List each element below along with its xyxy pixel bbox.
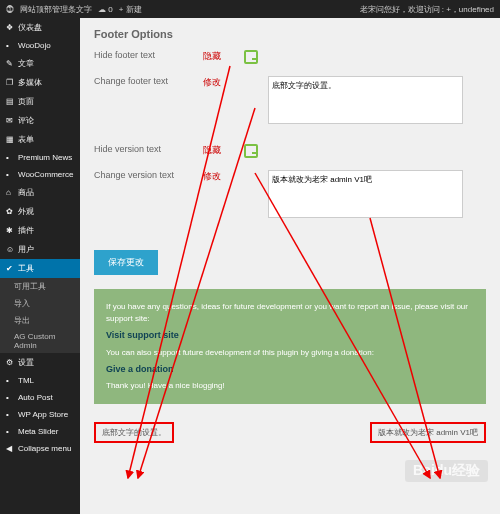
menu-icon: ⌂ <box>6 188 14 197</box>
thanks-text: Thank you! Have a nice blogging! <box>106 380 474 392</box>
content-area: Footer Options Hide footer text 隐藏 Chang… <box>80 18 500 514</box>
sidebar-subitem[interactable]: 导入 <box>0 295 80 312</box>
menu-label: 页面 <box>18 96 34 107</box>
footer-preview-right: 版本就改为老宋 admin V1吧 <box>370 422 486 443</box>
menu-icon: ❖ <box>6 23 14 32</box>
hide-tag: 隐藏 <box>203 144 233 157</box>
hide-version-label: Hide version text <box>94 144 199 154</box>
sidebar-item[interactable]: ▤页面 <box>0 92 80 111</box>
menu-icon: • <box>6 41 14 50</box>
support-text: If you have any questions, ideas for fut… <box>106 301 474 325</box>
wp-logo-icon[interactable]: ⓵ <box>6 5 14 14</box>
menu-icon: ✔ <box>6 264 14 273</box>
footer-preview-left: 底部文字的设置。 <box>94 422 174 443</box>
sidebar-item[interactable]: ✱插件 <box>0 221 80 240</box>
menu-icon: ✱ <box>6 226 14 235</box>
menu-label: TML <box>18 376 34 385</box>
menu-label: 仪表盘 <box>18 22 42 33</box>
menu-label: 表单 <box>18 134 34 145</box>
menu-label: 外观 <box>18 206 34 217</box>
menu-label: 评论 <box>18 115 34 126</box>
hide-version-checkbox[interactable] <box>244 144 258 158</box>
menu-label: WooDojo <box>18 41 51 50</box>
sidebar-item[interactable]: •Auto Post <box>0 389 80 406</box>
sidebar-item[interactable]: •WooCommerce <box>0 166 80 183</box>
menu-label: 设置 <box>18 357 34 368</box>
menu-label: 文章 <box>18 58 34 69</box>
hide-footer-checkbox[interactable] <box>244 50 258 64</box>
sidebar-item[interactable]: •TML <box>0 372 80 389</box>
sidebar-item[interactable]: ✔工具 <box>0 259 80 278</box>
sidebar-item[interactable]: ✎文章 <box>0 54 80 73</box>
sidebar-item[interactable]: ⚙设置 <box>0 353 80 372</box>
sidebar-item[interactable]: ✉评论 <box>0 111 80 130</box>
sidebar-item[interactable]: •Premium News <box>0 149 80 166</box>
sidebar-item[interactable]: ❖仪表盘 <box>0 18 80 37</box>
sidebar-item[interactable]: ☺用户 <box>0 240 80 259</box>
sidebar-item[interactable]: ⌂商品 <box>0 183 80 202</box>
hide-footer-label: Hide footer text <box>94 50 199 60</box>
menu-icon: • <box>6 170 14 179</box>
sidebar-subitem[interactable]: 可用工具 <box>0 278 80 295</box>
comments-icon[interactable]: ☁ 0 <box>98 5 113 14</box>
menu-icon: ❐ <box>6 78 14 87</box>
donation-link[interactable]: Give a donation <box>106 363 474 377</box>
menu-icon: ◀ <box>6 444 14 453</box>
menu-label: 插件 <box>18 225 34 236</box>
sidebar-subitem[interactable]: AG Custom Admin <box>0 329 80 353</box>
admin-sidebar: ❖仪表盘•WooDojo✎文章❐多媒体▤页面✉评论▦表单•Premium New… <box>0 18 80 514</box>
menu-icon: • <box>6 153 14 162</box>
sidebar-item[interactable]: ❐多媒体 <box>0 73 80 92</box>
support-link[interactable]: Visit support site <box>106 329 474 343</box>
sidebar-item[interactable]: •WP App Store <box>0 406 80 423</box>
menu-icon: ✿ <box>6 207 14 216</box>
menu-label: Collapse menu <box>18 444 71 453</box>
sidebar-item[interactable]: ▦表单 <box>0 130 80 149</box>
menu-icon: ✉ <box>6 116 14 125</box>
menu-label: 工具 <box>18 263 34 274</box>
version-text-input[interactable] <box>268 170 463 218</box>
menu-icon: ✎ <box>6 59 14 68</box>
menu-label: WP App Store <box>18 410 68 419</box>
menu-icon: • <box>6 427 14 436</box>
menu-label: 商品 <box>18 187 34 198</box>
hide-tag: 隐藏 <box>203 50 233 63</box>
change-footer-label: Change footer text <box>94 76 199 86</box>
menu-icon: • <box>6 410 14 419</box>
menu-icon: ⚙ <box>6 358 14 367</box>
add-new[interactable]: + 新建 <box>119 4 142 15</box>
menu-label: Meta Slider <box>18 427 58 436</box>
support-box: If you have any questions, ideas for fut… <box>94 289 486 404</box>
menu-label: WooCommerce <box>18 170 73 179</box>
menu-icon: ☺ <box>6 245 14 254</box>
menu-label: Auto Post <box>18 393 53 402</box>
sidebar-item[interactable]: ◀Collapse menu <box>0 440 80 457</box>
sidebar-item[interactable]: •WooDojo <box>0 37 80 54</box>
footer-text-input[interactable] <box>268 76 463 124</box>
menu-label: 用户 <box>18 244 34 255</box>
sidebar-item[interactable]: ✿外观 <box>0 202 80 221</box>
change-tag: 修改 <box>203 76 233 89</box>
sidebar-subitem[interactable]: 导出 <box>0 312 80 329</box>
change-tag: 修改 <box>203 170 233 183</box>
menu-icon: • <box>6 393 14 402</box>
greeting[interactable]: 老宋问您好，欢迎访问 : +，undefined <box>360 4 494 15</box>
menu-label: 多媒体 <box>18 77 42 88</box>
menu-icon: • <box>6 376 14 385</box>
save-button[interactable]: 保存更改 <box>94 250 158 275</box>
section-title: Footer Options <box>94 28 486 40</box>
donation-text: You can also support future development … <box>106 347 474 359</box>
menu-label: Premium News <box>18 153 72 162</box>
change-version-label: Change version text <box>94 170 199 180</box>
menu-icon: ▦ <box>6 135 14 144</box>
admin-topbar: ⓵ 网站顶部管理条文字 ☁ 0 + 新建 老宋问您好，欢迎访问 : +，unde… <box>0 0 500 18</box>
site-title[interactable]: 网站顶部管理条文字 <box>20 4 92 15</box>
sidebar-item[interactable]: •Meta Slider <box>0 423 80 440</box>
watermark: Baidu经验 <box>405 460 488 482</box>
menu-icon: ▤ <box>6 97 14 106</box>
